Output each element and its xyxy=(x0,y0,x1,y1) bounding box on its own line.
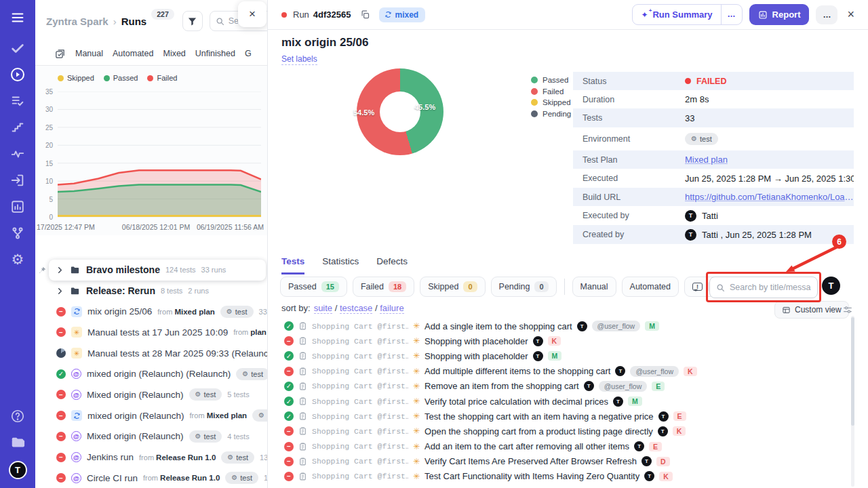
test-title[interactable]: Add an item to the cart after removing a… xyxy=(425,441,629,451)
sort-link-testcase[interactable]: testcase xyxy=(340,303,372,314)
test-tag[interactable]: @user_flow xyxy=(599,381,648,392)
run-name[interactable]: Mixed origin (Relaunch) xyxy=(87,431,184,441)
scrollbar[interactable] xyxy=(851,316,854,487)
select-runs-icon[interactable] xyxy=(54,48,66,60)
sidebar-milestones-icon[interactable] xyxy=(9,119,26,136)
info-link[interactable]: https://github.com/TetianaKhomenko/Load-… xyxy=(685,192,854,202)
sidebar-plans-icon[interactable] xyxy=(9,93,26,109)
sidebar-branches-icon[interactable] xyxy=(9,225,26,241)
run-list-item[interactable]: Bravo milestone124 tests33 runs xyxy=(49,260,266,281)
run-name[interactable]: Circle CI run xyxy=(87,473,138,483)
view-settings-button[interactable] xyxy=(842,304,853,315)
runs-tab-manual[interactable]: Manual xyxy=(75,49,103,58)
expand-chevron-icon[interactable] xyxy=(56,266,64,274)
close-run-button[interactable]: × xyxy=(844,7,857,22)
filter-manual[interactable]: Manual xyxy=(572,277,616,297)
test-letter-badge[interactable]: M xyxy=(645,321,659,331)
test-letter-badge[interactable]: M xyxy=(548,351,562,361)
set-labels-link[interactable]: Set labels xyxy=(281,54,317,65)
scrollbar-thumb[interactable] xyxy=(851,317,854,426)
filter-passed[interactable]: Passed15 xyxy=(280,277,347,297)
run-group-name[interactable]: Release: Rerun xyxy=(86,285,155,296)
run-name[interactable]: Mixed origin (Relaunch) xyxy=(87,390,184,400)
filter-skipped[interactable]: Skipped0 xyxy=(420,277,485,297)
test-tag[interactable]: @user_flow xyxy=(630,366,679,377)
test-letter-badge[interactable]: E xyxy=(673,411,686,421)
assignee-avatar[interactable]: T xyxy=(615,366,625,376)
copy-button[interactable] xyxy=(360,9,370,20)
run-list-item[interactable]: ✳Manual tests at 28 Mar 2025 09:33 (Rela… xyxy=(35,343,268,364)
test-suite[interactable]: Shopping Cart @first… xyxy=(312,472,408,481)
test-row[interactable]: −Shopping Cart @first…✳Add multiple diff… xyxy=(268,364,852,379)
test-suite[interactable]: Shopping Cart @first… xyxy=(312,457,408,466)
test-row[interactable]: −Shopping Cart @first…✳Verify Cart Items… xyxy=(268,454,852,469)
run-list-item[interactable]: ✓@mixed origin (Relaunch) (Relaunch)⚙tes… xyxy=(35,363,268,384)
test-suite[interactable]: Shopping Cart @first… xyxy=(312,427,408,436)
run-name[interactable]: mix origin 25/06 xyxy=(87,306,152,317)
filter-pending[interactable]: Pending0 xyxy=(491,277,557,297)
test-row[interactable]: ✓Shopping Cart @first…✳Verify total pric… xyxy=(268,394,852,409)
test-row[interactable]: −Shopping Cart @first…✳Test Cart Functio… xyxy=(268,469,852,484)
tab-statistics[interactable]: Statistics xyxy=(322,256,359,274)
filter-automated[interactable]: Automated xyxy=(622,277,679,297)
run-name[interactable]: mixed origin (Relaunch) (Relaunch) xyxy=(87,369,231,379)
run-summary-more-button[interactable]: … xyxy=(721,5,742,24)
test-title[interactable]: Open the shopping cart from a product li… xyxy=(425,426,653,436)
test-row[interactable]: ✓Shopping Cart @first…✳Remove an item fr… xyxy=(268,379,852,394)
run-name[interactable]: Jenkins run xyxy=(87,452,134,462)
test-suite[interactable]: Shopping Cart @first… xyxy=(312,352,408,361)
test-letter-badge[interactable]: M xyxy=(628,396,642,406)
runs-tab-automated[interactable]: Automated xyxy=(113,49,153,58)
run-list-item[interactable]: −@Circle CI runfrom Release Run 1.0⚙test… xyxy=(35,468,268,488)
test-title[interactable]: Shopping with placeholder xyxy=(425,351,528,361)
run-list-item[interactable]: Release: Rerun8 tests2 runs xyxy=(35,281,268,302)
assignee-avatar[interactable]: T xyxy=(613,396,623,407)
sidebar-runs-icon[interactable] xyxy=(9,66,26,83)
tests-search-input[interactable] xyxy=(730,283,811,292)
sidebar-analytics-icon[interactable] xyxy=(9,199,26,215)
custom-view-button[interactable]: Custom view xyxy=(774,301,849,319)
filter-button[interactable] xyxy=(182,11,203,31)
more-actions-button[interactable]: … xyxy=(816,5,837,24)
assignee-avatar[interactable]: T xyxy=(584,381,594,391)
assignee-avatar[interactable]: T xyxy=(644,471,654,481)
sidebar-import-icon[interactable] xyxy=(9,172,26,188)
sidebar-settings-icon[interactable]: ⚙ xyxy=(9,251,26,268)
test-letter-badge[interactable]: E xyxy=(649,442,662,451)
sidebar-menu-icon[interactable] xyxy=(9,9,26,26)
run-list-item[interactable]: −@Mixed origin (Relaunch)⚙test5 tests xyxy=(35,384,268,405)
test-row[interactable]: ✓Shopping Cart @first…✳Add a single item… xyxy=(268,319,852,333)
filter-failed[interactable]: Failed18 xyxy=(353,277,414,297)
test-suite[interactable]: Shopping Cart @first… xyxy=(312,337,408,346)
test-title[interactable]: Add multiple different items to the shop… xyxy=(425,366,610,376)
test-row[interactable]: −Shopping Cart @first…✳Add an item to th… xyxy=(268,439,852,454)
run-list-item[interactable]: −@Jenkins runfrom Release Run 1.0⚙test13… xyxy=(35,447,268,468)
run-summary-button[interactable]: ✦+ Run Summary xyxy=(633,5,720,24)
test-suite[interactable]: Shopping Cart @first… xyxy=(312,442,408,451)
test-row[interactable]: ✓Shopping Cart @first…✳Test the shopping… xyxy=(268,409,852,424)
test-title[interactable]: Shopping with placeholder xyxy=(425,336,528,346)
test-suite[interactable]: Shopping Cart @first… xyxy=(312,382,408,390)
sidebar-user-avatar[interactable]: T xyxy=(9,461,27,479)
runs-tab-unfinished[interactable]: Unfinished xyxy=(195,49,235,58)
assignee-avatar[interactable]: T xyxy=(634,441,644,451)
run-name[interactable]: Manual tests at 17 Jun 2025 10:09 xyxy=(87,327,228,338)
test-title[interactable]: Remove an item from the shopping cart xyxy=(425,381,579,391)
test-letter-badge[interactable]: K xyxy=(548,336,561,346)
assignee-avatar[interactable]: T xyxy=(533,351,543,361)
test-letter-badge[interactable]: K xyxy=(684,367,697,376)
test-suite[interactable]: Shopping Cart @first… xyxy=(312,412,408,421)
test-title[interactable]: Test Cart Functionality with Items Havin… xyxy=(425,471,639,481)
tab-defects[interactable]: Defects xyxy=(376,256,408,274)
run-group-name[interactable]: Bravo milestone xyxy=(86,264,160,275)
info-link[interactable]: Mixed plan xyxy=(685,155,728,165)
test-letter-badge[interactable]: K xyxy=(659,472,673,481)
assignee-avatar[interactable]: T xyxy=(658,426,668,436)
sidebar-help-icon[interactable] xyxy=(9,408,26,424)
test-suite[interactable]: Shopping Cart @first… xyxy=(312,367,408,375)
assignee-avatar[interactable]: T xyxy=(533,336,543,346)
test-suite[interactable]: Shopping Cart @first… xyxy=(312,397,408,406)
sidebar-pulse-icon[interactable] xyxy=(9,146,26,162)
run-name[interactable]: mixed origin (Relaunch) xyxy=(87,411,184,421)
breadcrumb-project[interactable]: Zyntra Spark xyxy=(46,16,108,27)
